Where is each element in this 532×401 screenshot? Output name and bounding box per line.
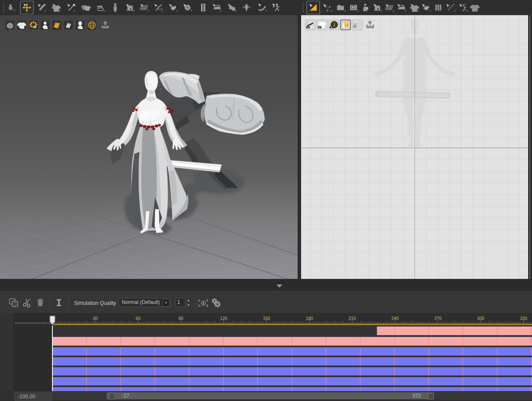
svg-text:90: 90 [178, 316, 184, 321]
svg-text:150: 150 [263, 316, 270, 321]
svg-text:180: 180 [306, 316, 313, 321]
svg-text:300: 300 [477, 316, 484, 321]
svg-text:270: 270 [434, 316, 441, 321]
svg-text:210: 210 [349, 316, 356, 321]
svg-text:30: 30 [93, 316, 98, 321]
svg-text:330: 330 [520, 316, 527, 321]
svg-text:240: 240 [392, 316, 399, 321]
svg-text:120: 120 [220, 316, 227, 321]
svg-text:60: 60 [136, 316, 141, 321]
